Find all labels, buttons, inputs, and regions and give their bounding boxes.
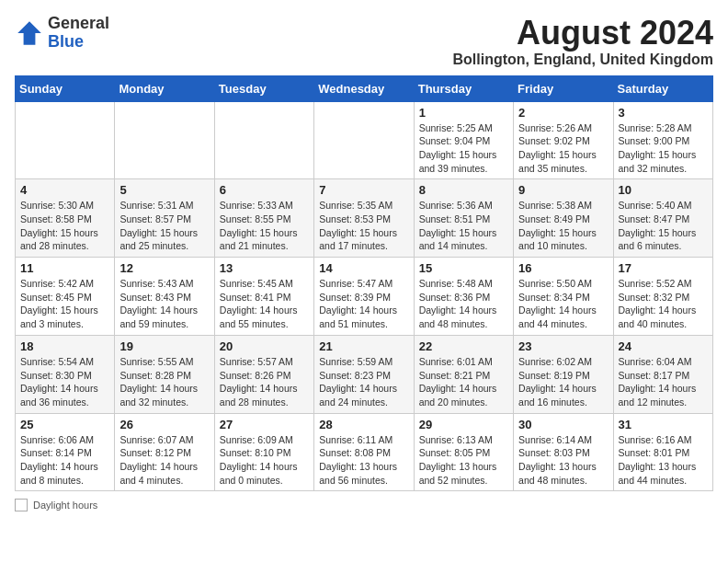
day-info: Sunrise: 5:57 AM Sunset: 8:26 PM Dayligh… (220, 355, 309, 409)
day-info: Sunrise: 6:14 AM Sunset: 8:03 PM Dayligh… (518, 433, 608, 488)
calendar-week-3: 11Sunrise: 5:42 AM Sunset: 8:45 PM Dayli… (16, 258, 713, 336)
day-info: Sunrise: 5:52 AM Sunset: 8:32 PM Dayligh… (619, 277, 708, 331)
logo-text: General Blue (48, 15, 109, 52)
day-number: 14 (319, 261, 408, 275)
day-number: 7 (319, 183, 408, 197)
title-block: August 2024 Bollington, England, United … (452, 15, 713, 68)
calendar-cell: 12Sunrise: 5:43 AM Sunset: 8:43 PM Dayli… (115, 258, 214, 336)
day-number: 5 (119, 183, 209, 197)
calendar-week-2: 4Sunrise: 5:30 AM Sunset: 8:58 PM Daylig… (16, 179, 713, 258)
day-number: 15 (419, 261, 508, 275)
day-info: Sunrise: 5:35 AM Sunset: 8:53 PM Dayligh… (319, 199, 408, 253)
col-monday: Monday (115, 75, 214, 101)
calendar-cell: 19Sunrise: 5:55 AM Sunset: 8:28 PM Dayli… (115, 335, 214, 413)
day-number: 13 (220, 261, 309, 275)
calendar-cell (16, 101, 115, 179)
day-info: Sunrise: 5:40 AM Sunset: 8:47 PM Dayligh… (619, 199, 708, 253)
calendar-week-5: 25Sunrise: 6:06 AM Sunset: 8:14 PM Dayli… (16, 413, 713, 491)
calendar-cell: 6Sunrise: 5:33 AM Sunset: 8:55 PM Daylig… (214, 179, 313, 258)
day-number: 11 (20, 261, 109, 275)
calendar-cell: 26Sunrise: 6:07 AM Sunset: 8:12 PM Dayli… (115, 413, 214, 491)
day-number: 25 (20, 418, 109, 431)
col-tuesday: Tuesday (214, 75, 313, 101)
day-info: Sunrise: 6:04 AM Sunset: 8:17 PM Dayligh… (619, 355, 708, 409)
calendar-cell: 28Sunrise: 6:11 AM Sunset: 8:08 PM Dayli… (314, 413, 414, 491)
day-number: 18 (20, 339, 109, 353)
calendar-week-1: 1Sunrise: 5:25 AM Sunset: 9:04 PM Daylig… (16, 101, 713, 179)
calendar-cell: 24Sunrise: 6:04 AM Sunset: 8:17 PM Dayli… (613, 335, 712, 413)
calendar-cell: 10Sunrise: 5:40 AM Sunset: 8:47 PM Dayli… (613, 179, 712, 258)
day-info: Sunrise: 6:16 AM Sunset: 8:01 PM Dayligh… (619, 433, 708, 488)
day-number: 30 (518, 418, 608, 431)
day-info: Sunrise: 5:38 AM Sunset: 8:49 PM Dayligh… (518, 199, 608, 253)
day-number: 12 (119, 261, 209, 275)
calendar-cell: 15Sunrise: 5:48 AM Sunset: 8:36 PM Dayli… (414, 258, 513, 336)
logo: General Blue (15, 15, 109, 52)
day-info: Sunrise: 6:02 AM Sunset: 8:19 PM Dayligh… (518, 355, 608, 409)
col-sunday: Sunday (16, 75, 115, 101)
day-number: 20 (220, 339, 309, 353)
calendar-cell: 25Sunrise: 6:06 AM Sunset: 8:14 PM Dayli… (16, 413, 115, 491)
calendar-cell (214, 101, 313, 179)
day-info: Sunrise: 6:13 AM Sunset: 8:05 PM Dayligh… (419, 433, 508, 488)
day-number: 23 (518, 339, 608, 353)
header: General Blue August 2024 Bollington, Eng… (15, 15, 713, 68)
day-info: Sunrise: 5:36 AM Sunset: 8:51 PM Dayligh… (419, 199, 508, 253)
col-wednesday: Wednesday (314, 75, 414, 101)
day-number: 3 (619, 106, 708, 120)
calendar-cell: 30Sunrise: 6:14 AM Sunset: 8:03 PM Dayli… (514, 413, 613, 491)
day-number: 9 (518, 183, 608, 197)
day-info: Sunrise: 6:09 AM Sunset: 8:10 PM Dayligh… (220, 433, 309, 488)
day-number: 19 (119, 339, 209, 353)
calendar-cell: 4Sunrise: 5:30 AM Sunset: 8:58 PM Daylig… (16, 179, 115, 258)
day-info: Sunrise: 5:28 AM Sunset: 9:00 PM Dayligh… (619, 121, 708, 176)
logo-general: General (48, 15, 109, 33)
day-info: Sunrise: 5:47 AM Sunset: 8:39 PM Dayligh… (319, 277, 408, 331)
location-subtitle: Bollington, England, United Kingdom (452, 52, 713, 68)
calendar-cell: 11Sunrise: 5:42 AM Sunset: 8:45 PM Dayli… (16, 258, 115, 336)
day-info: Sunrise: 5:45 AM Sunset: 8:41 PM Dayligh… (220, 277, 309, 331)
day-info: Sunrise: 5:50 AM Sunset: 8:34 PM Dayligh… (518, 277, 608, 331)
day-info: Sunrise: 6:07 AM Sunset: 8:12 PM Dayligh… (119, 433, 209, 488)
calendar-cell: 27Sunrise: 6:09 AM Sunset: 8:10 PM Dayli… (214, 413, 313, 491)
day-number: 17 (619, 261, 708, 275)
calendar-cell: 18Sunrise: 5:54 AM Sunset: 8:30 PM Dayli… (16, 335, 115, 413)
day-number: 24 (619, 339, 708, 353)
day-number: 21 (319, 339, 408, 353)
day-info: Sunrise: 6:11 AM Sunset: 8:08 PM Dayligh… (319, 433, 408, 488)
day-info: Sunrise: 5:33 AM Sunset: 8:55 PM Dayligh… (220, 199, 309, 253)
day-number: 28 (319, 418, 408, 431)
calendar-cell: 9Sunrise: 5:38 AM Sunset: 8:49 PM Daylig… (514, 179, 613, 258)
calendar-cell: 14Sunrise: 5:47 AM Sunset: 8:39 PM Dayli… (314, 258, 414, 336)
calendar-cell (115, 101, 214, 179)
calendar-cell: 1Sunrise: 5:25 AM Sunset: 9:04 PM Daylig… (414, 101, 513, 179)
day-info: Sunrise: 5:42 AM Sunset: 8:45 PM Dayligh… (20, 277, 109, 331)
day-info: Sunrise: 5:59 AM Sunset: 8:23 PM Dayligh… (319, 355, 408, 409)
footer-note: Daylight hours (15, 499, 713, 511)
calendar-header-row: Sunday Monday Tuesday Wednesday Thursday… (16, 75, 713, 101)
day-number: 16 (518, 261, 608, 275)
calendar-cell: 21Sunrise: 5:59 AM Sunset: 8:23 PM Dayli… (314, 335, 414, 413)
day-number: 10 (619, 183, 708, 197)
calendar-cell: 17Sunrise: 5:52 AM Sunset: 8:32 PM Dayli… (613, 258, 712, 336)
day-number: 8 (419, 183, 508, 197)
col-saturday: Saturday (613, 75, 712, 101)
calendar-cell: 2Sunrise: 5:26 AM Sunset: 9:02 PM Daylig… (514, 101, 613, 179)
calendar-cell: 29Sunrise: 6:13 AM Sunset: 8:05 PM Dayli… (414, 413, 513, 491)
calendar-cell: 5Sunrise: 5:31 AM Sunset: 8:57 PM Daylig… (115, 179, 214, 258)
day-info: Sunrise: 5:55 AM Sunset: 8:28 PM Dayligh… (119, 355, 209, 409)
logo-icon (15, 18, 44, 48)
day-info: Sunrise: 5:26 AM Sunset: 9:02 PM Dayligh… (518, 121, 608, 176)
logo-blue: Blue (48, 33, 109, 52)
day-info: Sunrise: 6:06 AM Sunset: 8:14 PM Dayligh… (20, 433, 109, 488)
daylight-label: Daylight hours (33, 500, 97, 511)
day-number: 31 (619, 418, 708, 431)
daylight-box-icon (15, 499, 28, 511)
day-info: Sunrise: 6:01 AM Sunset: 8:21 PM Dayligh… (419, 355, 508, 409)
day-number: 27 (220, 418, 309, 431)
day-info: Sunrise: 5:48 AM Sunset: 8:36 PM Dayligh… (419, 277, 508, 331)
calendar-week-4: 18Sunrise: 5:54 AM Sunset: 8:30 PM Dayli… (16, 335, 713, 413)
day-info: Sunrise: 5:43 AM Sunset: 8:43 PM Dayligh… (119, 277, 209, 331)
day-info: Sunrise: 5:25 AM Sunset: 9:04 PM Dayligh… (419, 121, 508, 176)
svg-marker-0 (17, 21, 41, 45)
